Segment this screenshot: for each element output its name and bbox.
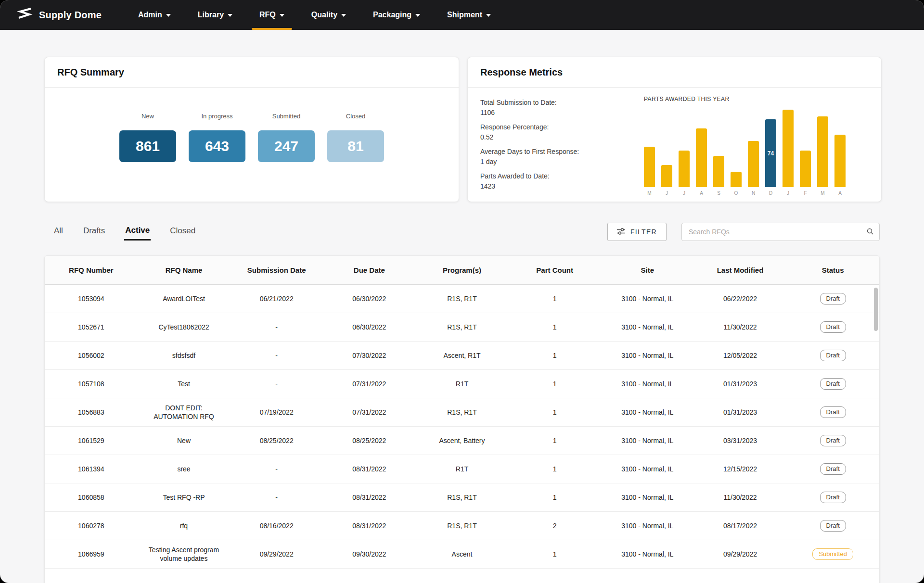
response-metrics-title: Response Metrics [480,67,563,78]
cell: 01/31/2023 [694,398,787,426]
table-row[interactable]: 1056002sfdsfsdf-07/30/2022Ascent, R1T131… [45,342,879,370]
cell: 1 [508,540,601,568]
chevron-down-icon [228,14,232,17]
nav-item-quality[interactable]: Quality [311,0,346,30]
column-header-status: Status [786,256,879,284]
tab-closed[interactable]: Closed [169,224,196,240]
stat-value[interactable]: 247 [258,130,315,162]
stat-label: New [119,113,176,120]
cell: DONT EDIT: AUTOMATION RFQ [138,398,231,426]
scrollbar[interactable] [874,288,878,331]
status-badge: Submitted [812,548,853,560]
column-header-program-s-: Program(s) [416,256,509,284]
nav-item-library[interactable]: Library [198,0,232,30]
cell: 1060858 [45,483,138,511]
table-row[interactable]: 1066959Testing Ascent program volume upd… [45,540,879,569]
chart-bar-f-9 [800,151,811,187]
search-input[interactable] [681,223,880,241]
tab-all[interactable]: All [53,224,64,240]
cell: - [230,483,323,511]
cell: 3100 - Normal, IL [601,398,694,426]
cell: rfq [138,512,231,540]
brand[interactable]: Supply Dome [16,7,102,23]
metric-label: Parts Awarded to Date: [480,172,579,180]
search-icon[interactable] [866,228,874,237]
response-metrics-header: Response Metrics [468,57,881,88]
table-header: RFQ NumberRFQ NameSubmission DateDue Dat… [45,256,879,285]
cell: 08/17/2022 [694,512,787,540]
cell: 12/15/2022 [694,455,787,483]
column-header-rfq-name: RFQ Name [138,256,231,284]
cell: 3100 - Normal, IL [601,483,694,511]
cell: 1 [508,455,601,483]
stat-closed: Closed81 [327,113,384,162]
chart-bar-m-0 [644,147,655,187]
cell: 12/05/2022 [694,342,787,369]
cell: 3100 - Normal, IL [601,427,694,455]
column-header-last-modified: Last Modified [694,256,787,284]
cell: Ascent, Battery [416,427,509,455]
tab-active[interactable]: Active [124,224,151,241]
nav-item-packaging[interactable]: Packaging [373,0,420,30]
status-cell: Draft [786,285,879,313]
cell: 1056883 [45,398,138,426]
stat-new: New861 [119,113,176,162]
nav-item-admin[interactable]: Admin [138,0,171,30]
status-badge: Draft [820,321,846,333]
cell: 2 [508,512,601,540]
nav-item-label: RFQ [259,11,276,19]
table-row[interactable]: 1053094AwardLOITest06/21/202206/30/2022R… [45,285,879,313]
metric-label: Average Days to First Response: [480,148,579,155]
nav-item-rfq[interactable]: RFQ [259,0,284,30]
table-row[interactable]: 1052671CyTest18062022-06/30/2022R1S, R1T… [45,313,879,342]
table-row[interactable]: 1056883DONT EDIT: AUTOMATION RFQ07/19/20… [45,398,879,427]
rfq-summary-stats: New861In progress643Submitted247Closed81 [45,88,459,162]
metric: Total Submission to Date:1106 [480,99,579,116]
cell: 07/30/2022 [323,342,416,369]
top-navbar: Supply Dome AdminLibraryRFQQualityPackag… [0,0,924,30]
rfq-summary-title: RFQ Summary [57,67,124,78]
table-row[interactable]: 1057108Test-07/31/2022R1T13100 - Normal,… [45,370,879,398]
stat-label: In progress [189,113,245,120]
stat-value[interactable]: 643 [189,130,245,162]
chart-x-label: A [834,190,846,196]
cell: AwardLOITest [138,285,231,313]
cell: 06/22/2022 [694,285,787,313]
chart-x-label: A [696,190,707,196]
stat-value[interactable]: 81 [327,130,384,162]
status-cell: Draft [786,398,879,426]
metric: Parts Awarded to Date:1423 [480,172,579,190]
nav-item-label: Packaging [373,11,411,19]
column-header-due-date: Due Date [323,256,416,284]
metric-value: 1423 [480,182,579,190]
stat-label: Submitted [258,113,315,120]
tab-drafts[interactable]: Drafts [82,224,106,240]
column-header-part-count: Part Count [508,256,601,284]
cell: 1061529 [45,427,138,455]
stat-value[interactable]: 861 [119,130,176,162]
bar-value-label: 74 [768,150,774,157]
table-row[interactable]: 1061529New08/25/202208/25/2022Ascent, Ba… [45,427,879,455]
metric-label: Response Percentage: [480,123,579,131]
column-header-site: Site [601,256,694,284]
status-badge: Draft [820,492,846,504]
chart-bar-m-10 [817,116,828,187]
rfq-summary-header: RFQ Summary [45,57,459,88]
toolbar-right: FILTER [607,223,880,241]
chevron-down-icon [280,14,284,17]
table-row[interactable]: 1061394sree-08/31/2022R1T13100 - Normal,… [45,455,879,483]
search-box [681,223,880,241]
column-header-submission-date: Submission Date [230,256,323,284]
cell: 09/29/2022 [230,540,323,568]
metric-value: 0.52 [480,133,579,141]
chevron-down-icon [341,14,346,17]
chart-x-label: M [644,190,655,196]
filter-button[interactable]: FILTER [607,223,667,241]
cell: - [230,313,323,341]
status-cell: Draft [786,512,879,540]
table-row[interactable]: 1060278rfq08/16/202208/31/2022R1S, R1T23… [45,512,879,540]
table-row[interactable]: 1060858Test RFQ -RP-08/31/2022R1S, R1T13… [45,483,879,512]
cell: 1 [508,342,601,369]
cell: 08/31/2022 [323,512,416,540]
nav-item-shipment[interactable]: Shipment [447,0,491,30]
